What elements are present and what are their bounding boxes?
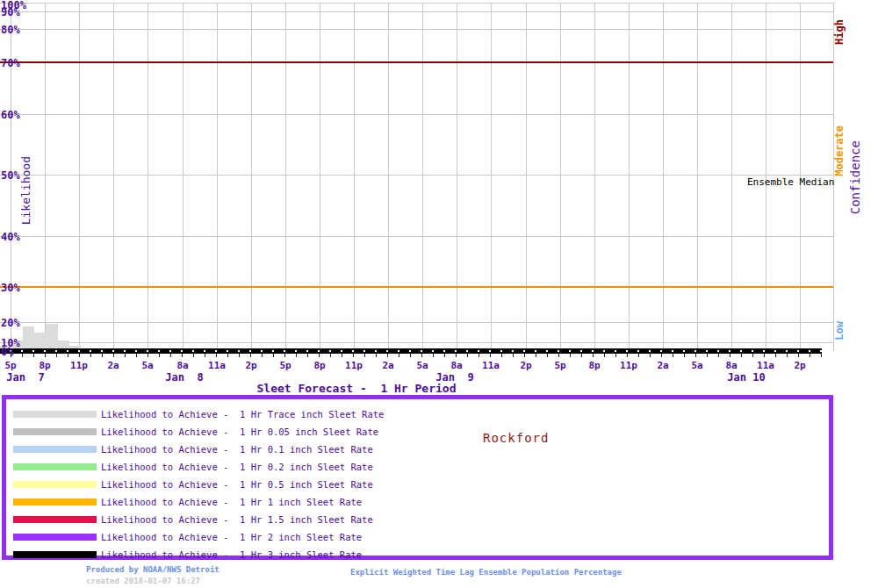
- x-tick-label: 5p: [4, 360, 16, 371]
- x-tick-label: 5a: [691, 360, 702, 371]
- legend-swatch: [13, 481, 97, 488]
- x-tick-label: 2a: [382, 360, 393, 371]
- legend-row: Likelihood to Achieve - 1 Hr 0.5 inch Sl…: [6, 476, 829, 493]
- y-axis-title: Likelihood: [19, 156, 32, 225]
- x-date-label: Jan 7: [6, 371, 44, 384]
- x-tick-label: 8p: [39, 360, 50, 371]
- v-gridline: [457, 3, 457, 351]
- legend-label: Likelihood to Achieve - 1 Hr 0.2 inch Sl…: [101, 462, 373, 472]
- legend-label: Likelihood to Achieve - 1 Hr 2 inch Slee…: [101, 532, 362, 542]
- legend-row: Likelihood to Achieve - 1 Hr 1 inch Slee…: [6, 493, 829, 511]
- h-gridline-10: [0, 342, 833, 343]
- legend-row: Likelihood to Achieve - 1 Hr 1.5 inch Sl…: [6, 511, 829, 528]
- x-date-label: Jan 8: [165, 371, 203, 384]
- v-gridline: [731, 3, 732, 351]
- v-gridline: [663, 3, 664, 351]
- sleet-forecast-graphic: 100%90%80%70%60%50%40%30%20%10%0% Likeli…: [0, 0, 878, 588]
- x-tick-label: 5a: [416, 360, 428, 371]
- y-tick-label: 0%: [1, 347, 13, 357]
- y-tick-label: 20%: [1, 318, 20, 328]
- legend-row: Likelihood to Achieve - 1 Hr 0.2 inch Sl…: [6, 458, 829, 476]
- v-gridline: [629, 3, 630, 351]
- x-tick-label: 8p: [313, 360, 325, 371]
- bar-trace-likelihood: [23, 326, 34, 350]
- chart-title: Sleet Forecast - 1 Hr Period: [257, 382, 457, 395]
- h-gridline-60: [0, 114, 833, 115]
- h-gridline-20: [0, 322, 833, 323]
- baseline-hour-dashes: [0, 350, 822, 352]
- threshold-line-high-70pct: [0, 61, 833, 63]
- x-tick-label: 8a: [725, 360, 737, 371]
- y-tick-label: 80%: [1, 25, 20, 35]
- legend-swatch: [13, 551, 97, 558]
- v-gridline: [148, 3, 148, 351]
- bar-trace-likelihood: [34, 333, 46, 350]
- x-tick-label: 8a: [176, 360, 188, 371]
- confidence-axis-title: Confidence: [848, 140, 862, 214]
- legend-row: Likelihood to Achieve - 1 Hr 0.1 inch Sl…: [6, 441, 829, 458]
- v-gridline: [79, 3, 80, 351]
- legend-label: Likelihood to Achieve - 1 Hr 1 inch Slee…: [101, 497, 362, 507]
- x-tick-label: 11a: [482, 360, 500, 371]
- y-tick-label: 40%: [1, 232, 20, 242]
- legend-swatch: [13, 498, 97, 506]
- legend-row: Likelihood to Achieve - 1 Hr 0.05 inch S…: [6, 423, 829, 441]
- x-tick-label: 11a: [208, 360, 226, 371]
- x-axis-baseline: [0, 348, 822, 354]
- v-gridline: [697, 3, 698, 351]
- legend-swatch: [13, 463, 97, 470]
- confidence-low-label: Low: [833, 321, 846, 341]
- legend-swatch: [13, 411, 97, 418]
- y-tick-label: 70%: [1, 58, 20, 68]
- bar-trace-likelihood: [46, 324, 58, 350]
- x-tick-label: 2a: [107, 360, 119, 371]
- v-gridline: [422, 3, 423, 351]
- legend-box: Rockford Likelihood to Achieve - 1 Hr Tr…: [2, 395, 833, 560]
- v-gridline: [45, 3, 46, 351]
- h-gridline-80: [0, 29, 833, 30]
- footer-created-timestamp: created 2018-01-07 16:27: [86, 577, 200, 585]
- y-tick-label: 60%: [1, 110, 20, 120]
- footer-produced-by: Produced by NOAA/NWS Detroit: [86, 565, 220, 574]
- v-gridline: [113, 3, 114, 351]
- h-gridline-40: [0, 236, 833, 237]
- plot-area: [0, 0, 834, 355]
- legend-swatch: [13, 446, 97, 453]
- v-gridline: [217, 3, 218, 351]
- x-tick-label: 5a: [141, 360, 153, 371]
- legend-label: Likelihood to Achieve - 1 Hr Trace inch …: [101, 409, 384, 419]
- x-tick-label: 11p: [70, 360, 88, 371]
- legend-label: Likelihood to Achieve - 1 Hr 3 inch Slee…: [101, 549, 362, 560]
- legend-row: Likelihood to Achieve - 1 Hr 2 inch Slee…: [6, 528, 829, 546]
- v-gridline: [320, 3, 320, 351]
- x-tick-label: 5p: [279, 360, 291, 371]
- h-gridline-100: [0, 3, 833, 4]
- footer-method-label: Explicit Weighted Time Lag Ensemble Popu…: [350, 568, 622, 577]
- v-gridline: [251, 3, 252, 351]
- x-tick-label: 8p: [588, 360, 600, 371]
- y-tick-label: 90%: [1, 7, 20, 18]
- legend-row: Likelihood to Achieve - 1 Hr 3 inch Slee…: [6, 546, 829, 563]
- x-tick-label: 8a: [450, 360, 462, 371]
- h-gridline-90: [0, 11, 833, 12]
- x-date-label: Jan 10: [727, 371, 765, 384]
- v-gridline: [285, 3, 286, 351]
- legend-swatch: [13, 428, 97, 435]
- legend-row: Likelihood to Achieve - 1 Hr Trace inch …: [6, 405, 829, 423]
- x-tick-label: 11p: [345, 360, 363, 371]
- legend-label: Likelihood to Achieve - 1 Hr 0.1 inch Sl…: [101, 444, 373, 455]
- x-tick-label: 2a: [657, 360, 668, 371]
- confidence-high-label: High: [833, 19, 846, 45]
- v-gridline: [491, 3, 492, 351]
- v-gridline: [594, 3, 595, 351]
- legend-swatch: [13, 516, 97, 523]
- legend-label: Likelihood to Achieve - 1 Hr 1.5 inch Sl…: [101, 514, 373, 525]
- y-tick-label: 50%: [1, 170, 20, 181]
- x-tick-label: 2p: [245, 360, 256, 371]
- y-tick-label: 30%: [1, 283, 20, 293]
- threshold-line-moderate-30pct: [0, 286, 833, 288]
- x-tick-label: 5p: [554, 360, 565, 371]
- x-tick-label: 11a: [757, 360, 774, 371]
- legend-swatch: [13, 534, 97, 541]
- ensemble-median-label: Ensemble Median: [747, 176, 834, 188]
